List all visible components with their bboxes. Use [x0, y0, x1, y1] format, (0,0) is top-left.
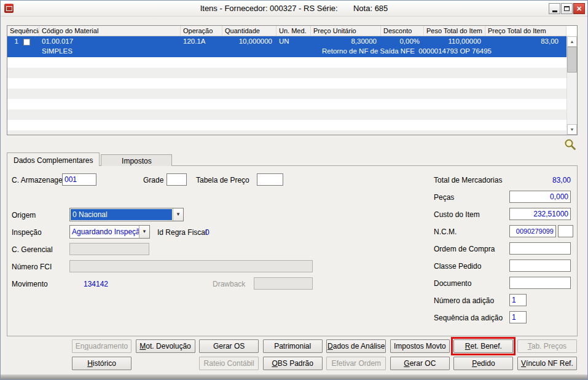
maximize-icon — [564, 6, 570, 11]
tab-dados-complementares[interactable]: Dados Complementares — [7, 152, 100, 166]
scroll-down-icon[interactable]: ▼ — [567, 124, 577, 135]
total-mercadorias-label: Total de Mercadorias — [434, 176, 502, 184]
button-gerar-os[interactable]: Gerar OS — [199, 339, 259, 353]
custo-item-input[interactable] — [509, 208, 571, 220]
minimize-icon — [552, 10, 557, 12]
button-obs-padr-o[interactable]: OBS Padrão — [263, 357, 323, 370]
drawback-label: Drawback — [213, 280, 245, 288]
items-grid: SequênciaCódigo do MaterialOperaçãoQuant… — [7, 25, 578, 135]
button-row-2: HistóricoRateio ContábilOBS PadrãoEfetiv… — [72, 357, 577, 370]
sequencia-adicao-label: Sequência da adição — [434, 314, 503, 322]
ncm-ex-input[interactable] — [558, 225, 573, 237]
ncm-label: N.C.M. — [434, 228, 457, 236]
title-bar: Itens - Fornecedor: 000327 - RS Série: N… — [1, 1, 587, 17]
ordem-compra-label: Ordem de Compra — [434, 245, 495, 253]
cell-sequencia: 1 — [7, 36, 39, 47]
minimize-button[interactable] — [549, 3, 560, 14]
button-ret-benef[interactable]: Ret. Benef. — [453, 339, 513, 353]
window-title: Itens - Fornecedor: 000327 - RS Série: N… — [200, 4, 388, 13]
cell-material-desc: SIMPLES — [42, 47, 73, 55]
cell-preco-total: 83,00 — [485, 36, 563, 47]
numero-adicao-input[interactable] — [509, 294, 527, 306]
tabela-preco-label: Tabela de Preço — [196, 176, 249, 184]
column-header[interactable]: Un. Med. — [276, 26, 311, 36]
tabela-preco-input[interactable] — [257, 173, 283, 186]
c-gerencial-label: C. Gerencial — [12, 245, 53, 254]
grade-input[interactable] — [167, 173, 187, 186]
inspecao-combo[interactable]: Aguardando Inspeção ▼ — [69, 225, 150, 239]
maximize-button[interactable] — [561, 3, 573, 14]
column-header[interactable]: Preço Unitário — [311, 26, 381, 36]
column-header[interactable]: Desconto — [381, 26, 424, 36]
window-bottom-edge — [1, 374, 587, 379]
numero-adicao-label: Número da adição — [434, 296, 494, 305]
id-regra-fiscal-label: Id Regra Fiscal — [157, 228, 207, 237]
button-pedido[interactable]: Pedido — [453, 357, 513, 370]
scrollbar-thumb[interactable] — [567, 47, 577, 73]
total-mercadorias-value: 83,00 — [509, 176, 571, 184]
magnifier-icon[interactable] — [564, 138, 576, 151]
id-regra-fiscal-value: 0 — [205, 228, 210, 237]
button-dados-de-an-lise[interactable]: Dados de Análise — [326, 339, 386, 353]
column-header[interactable]: Peso Total do Item — [424, 26, 485, 36]
classe-pedido-label: Classe Pedido — [434, 262, 481, 271]
dados-complementares-panel: C. Armazenagem Grade Tabela de Preço Ori… — [7, 165, 578, 336]
ordem-compra-input[interactable] — [509, 242, 571, 255]
movimento-value: 134142 — [84, 280, 108, 288]
button-enquadramento: Enquadramento — [72, 339, 131, 353]
c-armazenagem-label: C. Armazenagem — [12, 176, 69, 184]
c-gerencial-input — [69, 243, 149, 255]
ncm-input[interactable] — [509, 225, 556, 237]
chevron-down-icon[interactable]: ▼ — [139, 226, 149, 238]
custo-item-label: Custo do Item — [434, 210, 480, 219]
numero-fci-label: Número FCI — [12, 263, 52, 271]
grid-empty-rows — [7, 57, 566, 135]
movimento-label: Movimento — [12, 280, 48, 288]
app-icon — [4, 4, 14, 13]
button-mot-devolu-o[interactable]: Mot. Devolução — [136, 339, 195, 353]
documento-input[interactable] — [509, 277, 571, 289]
button-row-1: EnquadramentoMot. DevoluçãoGerar OSPatri… — [72, 339, 577, 353]
numero-fci-input — [69, 260, 313, 272]
documento-label: Documento — [434, 279, 471, 288]
pecas-label: Peças — [434, 193, 454, 202]
drawback-input — [254, 277, 313, 290]
tab-impostos[interactable]: Impostos — [101, 154, 172, 166]
button-v-nculo-nf-ref[interactable]: Vínculo NF Ref. — [517, 357, 577, 370]
button-gerar-oc[interactable]: Gerar OC — [390, 357, 450, 370]
button-impostos-movto[interactable]: Impostos Movto — [390, 339, 450, 353]
grade-label: Grade — [143, 176, 163, 184]
cell-quantidade: 10,000000 — [222, 36, 276, 47]
annotation-highlight: Ret. Benef. — [453, 339, 513, 353]
pecas-input[interactable] — [509, 191, 571, 203]
c-armazenagem-input[interactable] — [62, 173, 96, 186]
tab-strip: Dados Complementares Impostos — [7, 152, 173, 166]
cell-unidade: UN — [276, 36, 311, 47]
cell-observacao: Retorno de NF de Saída NFE 0000014793 OP… — [322, 47, 492, 55]
grid-row-selected[interactable]: 1 01.00.017 120.1A 10,000000 UN 8,30000 … — [7, 36, 566, 57]
column-header[interactable]: Sequência — [7, 26, 39, 36]
column-header[interactable]: Preço Total do Item — [485, 26, 566, 36]
cell-desconto: 0,00% — [381, 36, 424, 47]
button-efetivar-ordem: Efetivar Ordem — [326, 357, 386, 370]
cell-operacao: 120.1A — [181, 36, 222, 47]
close-button[interactable]: ✕ — [573, 3, 585, 14]
cell-peso-total: 110,00000 — [424, 36, 485, 47]
scroll-up-icon[interactable]: ▲ — [567, 36, 577, 47]
sequencia-adicao-input[interactable] — [509, 311, 527, 323]
origem-label: Origem — [12, 211, 36, 220]
column-header[interactable]: Operação — [181, 26, 222, 36]
button-patrimonial[interactable]: Patrimonial — [263, 339, 323, 353]
grid-vertical-scrollbar[interactable]: ▲ ▼ — [566, 36, 577, 135]
cell-preco-unitario: 8,30000 — [311, 36, 381, 47]
items-dialog-window: Itens - Fornecedor: 000327 - RS Série: N… — [0, 0, 588, 380]
origem-combo[interactable]: 0 Nacional ▼ — [69, 208, 184, 221]
row-checkbox[interactable] — [23, 39, 30, 46]
column-header[interactable]: Quantidade — [222, 26, 276, 36]
classe-pedido-input[interactable] — [509, 259, 571, 272]
button-tab-pre-os: Tab. Preços — [517, 339, 577, 353]
button-hist-rico[interactable]: Histórico — [72, 357, 131, 370]
button-rateio-cont-bil: Rateio Contábil — [199, 357, 259, 370]
column-header[interactable]: Código do Material — [39, 26, 181, 36]
chevron-down-icon[interactable]: ▼ — [173, 208, 183, 221]
